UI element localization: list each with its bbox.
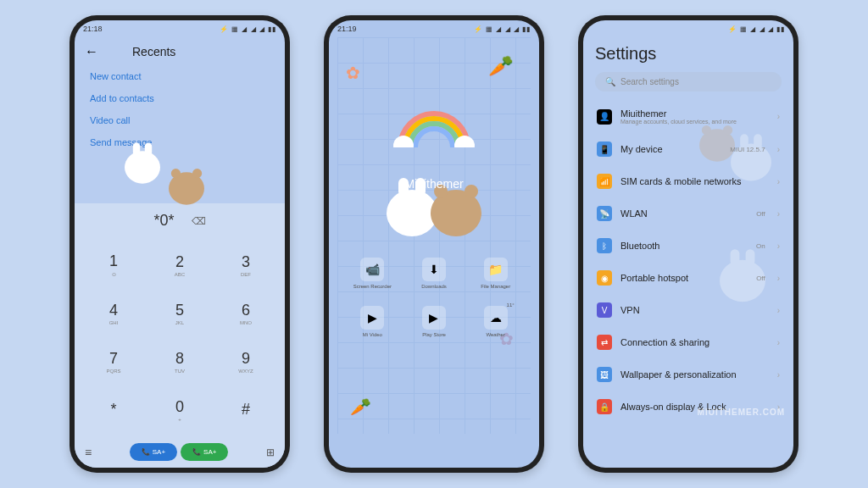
dialpad-key-7[interactable]: 7PQRS (81, 339, 146, 385)
dialpad-key-2[interactable]: 2ABC (147, 241, 212, 289)
video-call-link[interactable]: Video call (90, 115, 270, 125)
settings-icon: 📶 (597, 174, 612, 189)
dialpad-key-6[interactable]: 6MNO (214, 291, 278, 337)
chevron-right-icon: › (777, 145, 780, 154)
status-bar: 21:18 ⚡ ▦ ◢ ◢ ◢ ▮▮ (75, 20, 285, 37)
chevron-right-icon: › (777, 274, 780, 283)
status-icons: ⚡ ▦ ◢ ◢ ◢ ▮▮ (474, 25, 531, 33)
app-downloads[interactable]: ⬇Downloads (408, 258, 461, 289)
settings-icon: ⇄ (597, 335, 612, 350)
settings-icon: 🖼 (597, 367, 612, 382)
phone-icon: 📞 (192, 448, 201, 456)
bear-icon (431, 190, 481, 236)
settings-icon: 📡 (597, 206, 612, 221)
add-to-contacts-link[interactable]: Add to contacts (90, 93, 270, 103)
dialpad: 1⊙2ABC3DEF4GHI5JKL6MNO7PQRS8TUV9WXYZ*0+# (75, 238, 285, 436)
settings-item-wallpaper-personalization[interactable]: 🖼 Wallpaper & personalization › (595, 358, 782, 391)
call-sim2-button[interactable]: 📞 SA+ (181, 443, 228, 461)
status-bar: ⚡ ▦ ◢ ◢ ◢ ▮▮ (583, 20, 793, 37)
header: ← Recents (75, 37, 285, 66)
settings-item-connection-sharing[interactable]: ⇄ Connection & sharing › (595, 326, 782, 358)
dialpad-key-*[interactable]: * (81, 386, 146, 433)
settings-item-portable-hotspot[interactable]: ◉ Portable hotspot Off › (595, 262, 782, 294)
settings-item-my-device[interactable]: 📱 My device MIUI 12.5.7 › (595, 133, 782, 165)
dialpad-key-0[interactable]: 0+ (147, 386, 212, 433)
chevron-right-icon: › (777, 209, 780, 219)
chevron-right-icon: › (777, 112, 780, 121)
settings-item-sim-cards-mobile-networks[interactable]: 📶 SIM cards & mobile networks › (595, 165, 782, 197)
page-title: Settings (595, 44, 782, 64)
flower-icon: ✿ (346, 63, 360, 83)
app-grid: 📹Screen Recorder⬇Downloads📁File Manager▶… (329, 258, 539, 337)
bunny-icon (387, 190, 437, 236)
status-time: 21:19 (337, 25, 357, 33)
dialpad-key-9[interactable]: 9WXYZ (214, 339, 278, 385)
app-file-manager[interactable]: 📁File Manager (469, 258, 522, 289)
recents-menu: New contact Add to contacts Video call S… (75, 66, 285, 152)
page-title: Recents (132, 45, 175, 58)
phone-dialer: 21:18 ⚡ ▦ ◢ ◢ ◢ ▮▮ ← Recents New contact… (70, 15, 290, 473)
wallpaper-characters (387, 190, 481, 236)
chevron-right-icon: › (777, 370, 780, 380)
theme-label: Miuithemer (404, 177, 463, 191)
wallpaper-preview (75, 152, 285, 203)
status-time: 21:18 (83, 25, 103, 33)
settings-icon: ◉ (597, 270, 612, 286)
status-bar: 21:19 ⚡ ▦ ◢ ◢ ◢ ▮▮ (329, 20, 539, 37)
settings-content: Settings 🔍 Search settings 👤 Miuithemer … (583, 37, 793, 468)
send-message-link[interactable]: Send message (90, 137, 270, 147)
settings-icon: V (597, 302, 612, 318)
phone-settings: ⚡ ▦ ◢ ◢ ◢ ▮▮ Settings 🔍 Search settings … (578, 15, 798, 473)
dial-display: *0* ⌫ (75, 203, 285, 238)
dialpad-key-1[interactable]: 1⊙ (81, 241, 146, 289)
rainbow-icon (392, 105, 476, 147)
backspace-icon[interactable]: ⌫ (192, 215, 206, 227)
dialpad-key-#[interactable]: # (214, 386, 278, 433)
chevron-right-icon: › (777, 306, 780, 315)
dialpad-key-4[interactable]: 4GHI (81, 291, 146, 337)
settings-item-wlan[interactable]: 📡 WLAN Off › (595, 197, 782, 230)
dialpad-key-5[interactable]: 5JKL (147, 291, 212, 337)
phone-icon: 📞 (142, 448, 150, 456)
settings-icon: 📱 (597, 141, 612, 157)
search-icon: 🔍 (605, 77, 615, 86)
settings-item-always-on-display-lock[interactable]: 🔒 Always-on display & Lock › (595, 391, 782, 423)
dialpad-toggle-icon[interactable]: ⊞ (266, 446, 275, 458)
back-icon[interactable]: ← (85, 44, 98, 59)
watermark: MIUITHEMER.COM (698, 408, 785, 417)
settings-icon: 🔒 (597, 399, 612, 414)
chevron-right-icon: › (777, 338, 780, 347)
app-weather[interactable]: ☁11°Weather (469, 306, 522, 337)
dialed-number: *0* (153, 212, 174, 230)
search-input[interactable]: 🔍 Search settings (595, 72, 782, 92)
settings-item-miuithemer[interactable]: 👤 Miuithemer Manage accounts, cloud serv… (595, 100, 782, 133)
wallpaper-decorations: ✿ 🥕 🥕 ✿ (329, 20, 539, 468)
settings-icon: 👤 (597, 109, 612, 125)
app-play-store[interactable]: ▶Play Store (408, 306, 461, 337)
settings-list: 👤 Miuithemer Manage accounts, cloud serv… (595, 100, 782, 423)
chevron-right-icon: › (777, 241, 780, 251)
settings-icon: ᛒ (597, 238, 612, 253)
status-icons: ⚡ ▦ ◢ ◢ ◢ ▮▮ (728, 25, 785, 33)
bottom-bar: ≡ 📞 SA+ 📞 SA+ ⊞ (75, 436, 285, 468)
menu-icon[interactable]: ≡ (85, 446, 92, 459)
carrot-icon: 🥕 (488, 54, 514, 78)
settings-item-bluetooth[interactable]: ᛒ Bluetooth On › (595, 230, 782, 262)
dialpad-key-8[interactable]: 8TUV (147, 339, 212, 385)
phone-home: 21:19 ⚡ ▦ ◢ ◢ ◢ ▮▮ ✿ 🥕 🥕 ✿ Miuithemer 📹S… (324, 15, 544, 473)
app-screen-recorder[interactable]: 📹Screen Recorder (346, 258, 399, 289)
call-sim1-button[interactable]: 📞 SA+ (130, 443, 177, 461)
dialer: *0* ⌫ 1⊙2ABC3DEF4GHI5JKL6MNO7PQRS8TUV9WX… (75, 203, 285, 468)
chevron-right-icon: › (777, 177, 780, 186)
settings-item-vpn[interactable]: V VPN › (595, 294, 782, 326)
app-mi-video[interactable]: ▶Mi Video (346, 306, 399, 337)
new-contact-link[interactable]: New contact (90, 71, 270, 81)
carrot-icon: 🥕 (350, 396, 371, 417)
status-icons: ⚡ ▦ ◢ ◢ ◢ ▮▮ (220, 25, 276, 33)
dialpad-key-3[interactable]: 3DEF (214, 241, 278, 289)
